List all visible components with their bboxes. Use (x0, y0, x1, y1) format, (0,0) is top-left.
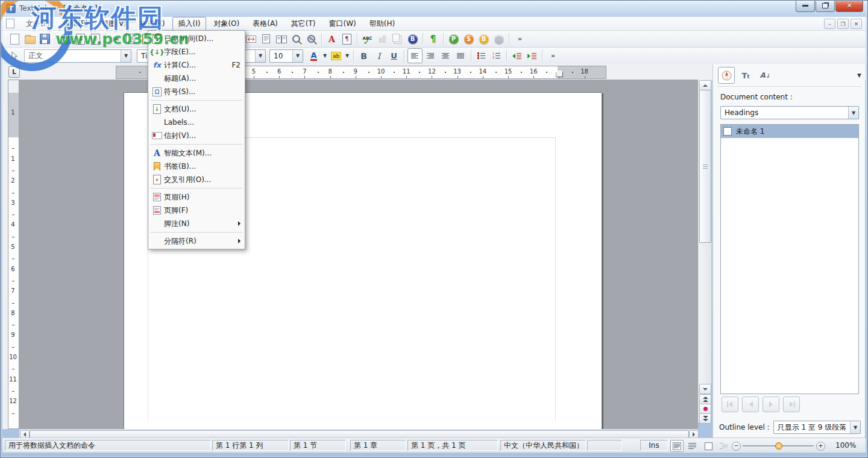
previous-heading-button[interactable] (742, 397, 759, 412)
scroll-down-button[interactable] (699, 384, 711, 394)
align-left-button[interactable] (407, 48, 423, 63)
web-badge-button[interactable]: ◠ (492, 32, 506, 46)
paragraph-dialog-button[interactable]: ¶ (340, 32, 354, 46)
zoom-percent-button[interactable]: % (304, 32, 318, 46)
menubar-item[interactable]: 插入(I) (172, 17, 207, 31)
close-button[interactable]: ✕ (835, 0, 863, 12)
menu-item[interactable]: Labels... (148, 116, 245, 129)
font-color-button[interactable]: A (307, 49, 321, 63)
new-document-button[interactable] (8, 32, 22, 46)
zoom-dialog-button[interactable] (289, 32, 303, 46)
p-badge-button[interactable]: P (447, 32, 461, 46)
mdi-minimize-button[interactable]: – (824, 19, 835, 29)
chevron-down-icon[interactable]: ▼ (850, 421, 860, 433)
align-right-button[interactable] (424, 49, 438, 63)
font-size-combo[interactable]: 10 ▼ (269, 49, 303, 63)
chevron-down-icon[interactable]: ▼ (121, 50, 131, 62)
document-icon[interactable] (6, 19, 14, 28)
highlight-dropdown[interactable]: ▼ (344, 50, 351, 62)
list-item[interactable]: 未命名 1 (721, 125, 858, 138)
menubar-item[interactable]: 文件(F) (20, 17, 56, 31)
formatting-marks-button[interactable]: ¶ (426, 32, 440, 46)
minimize-button[interactable] (796, 0, 815, 12)
overflow-button[interactable]: » (512, 32, 526, 46)
next-heading-button[interactable] (763, 397, 779, 412)
sort-tab-tab[interactable]: A↓ (756, 67, 773, 84)
navigator-tab-tab[interactable] (718, 67, 735, 84)
bold-button[interactable]: B (357, 49, 371, 63)
spellcheck-button[interactable]: ABC✓ (360, 32, 374, 46)
numbered-list-button[interactable]: 12 (489, 49, 503, 63)
export-pdf-button[interactable]: A (74, 32, 87, 46)
vertical-ruler[interactable]: 1123456789101112 (8, 80, 19, 429)
menu-item[interactable]: Ω符号(S)... (148, 85, 245, 98)
menubar-item[interactable]: 视图(V) (95, 17, 133, 31)
styles-tab-tab[interactable]: Tt (737, 67, 754, 84)
outline-level-combo[interactable]: 只显示 1 至 9 级段落 ▼ (773, 421, 861, 434)
b-badge-button[interactable]: B (477, 32, 491, 46)
underline-button[interactable]: U (387, 49, 401, 63)
paragraph-style-combo[interactable]: 正文 ▼ (24, 49, 131, 63)
checkbox[interactable] (723, 127, 732, 136)
italic-button[interactable]: I (372, 49, 386, 63)
menu-item[interactable]: 1日期/时间(D)... (148, 32, 245, 45)
chevron-down-icon[interactable]: ▼ (848, 107, 858, 119)
mdi-restore-button[interactable]: ❐ (837, 19, 849, 29)
s-badge-button[interactable]: S (462, 32, 476, 46)
previous-object-button[interactable] (699, 394, 711, 404)
menu-item[interactable]: 信封(V)... (148, 129, 245, 142)
vertical-scrollbar[interactable] (698, 80, 711, 422)
sidebar-options-dropdown[interactable]: ▼ (857, 72, 861, 78)
next-object-button[interactable] (699, 413, 711, 424)
language-cell[interactable]: 中文（中华人民共和国） (500, 440, 586, 451)
maximize-button[interactable] (816, 0, 835, 12)
view-page-button[interactable] (702, 440, 715, 452)
menubar-item[interactable]: 帮助(H) (363, 17, 401, 31)
clone-button[interactable] (391, 32, 404, 46)
menu-item[interactable]: ★交叉引用(O)... (148, 173, 245, 186)
align-center-button[interactable] (439, 49, 453, 63)
vertical-scroll-thumb[interactable] (699, 90, 711, 243)
chart-button[interactable] (376, 32, 389, 46)
menubar-item[interactable]: 窗口(W) (323, 17, 362, 31)
copy-button[interactable] (124, 32, 138, 46)
chapter-cell[interactable]: 第 1 章 (350, 440, 406, 451)
menu-item[interactable]: 标题(A)... (148, 72, 245, 85)
mdi-close-button[interactable]: ✕ (851, 19, 862, 29)
menubar-item[interactable]: 表格(A) (247, 17, 284, 31)
view-continuous-button[interactable] (686, 440, 699, 452)
zoom-out-button[interactable]: − (732, 442, 741, 451)
scroll-up-button[interactable] (699, 80, 711, 90)
highlight-button[interactable]: ab (329, 49, 343, 63)
view-outline-button[interactable] (717, 440, 731, 452)
menu-item[interactable]: fx计算(C)...F2 (148, 58, 245, 72)
first-heading-button[interactable] (722, 397, 738, 412)
align-justify-button[interactable] (454, 49, 468, 63)
menubar-item[interactable]: 其它(T) (285, 17, 322, 31)
menu-item[interactable]: {↓}字段(E)... (148, 45, 245, 58)
menu-item[interactable]: 分隔符(R) (148, 234, 245, 248)
bullet-list-button[interactable] (474, 49, 488, 63)
cut-button[interactable]: ✂ (109, 32, 123, 46)
last-heading-button[interactable] (783, 397, 800, 412)
menu-item[interactable]: 书签(B)... (148, 160, 245, 173)
headings-list[interactable]: 未命名 1 (720, 124, 859, 394)
save-button[interactable] (38, 32, 52, 46)
menu-item[interactable]: 页眉(H) (148, 190, 245, 204)
page-view-button[interactable] (259, 32, 273, 46)
menu-item[interactable]: A智能文本(M)... (148, 146, 245, 160)
insert-mode-cell[interactable]: Ins (640, 440, 668, 451)
section-cell[interactable]: 第 1 节 (290, 440, 346, 451)
character-dialog-button[interactable]: A (325, 32, 339, 46)
menu-item[interactable]: ↓文档(U)... (148, 102, 245, 116)
print-button[interactable] (58, 32, 72, 46)
decrease-indent-button[interactable] (510, 49, 524, 63)
font-color-dropdown[interactable]: ▼ (321, 50, 329, 62)
cursor-position-cell[interactable]: 第 1 行第 1 列 (212, 440, 289, 451)
menu-item[interactable]: 脚注(N) (148, 217, 245, 230)
content-type-combo[interactable]: Headings ▼ (720, 106, 859, 119)
zoom-in-button[interactable]: + (816, 442, 825, 451)
two-page-view-button[interactable] (274, 32, 288, 46)
chevron-down-icon[interactable]: ▼ (255, 50, 265, 62)
page-width-button[interactable] (244, 32, 258, 46)
